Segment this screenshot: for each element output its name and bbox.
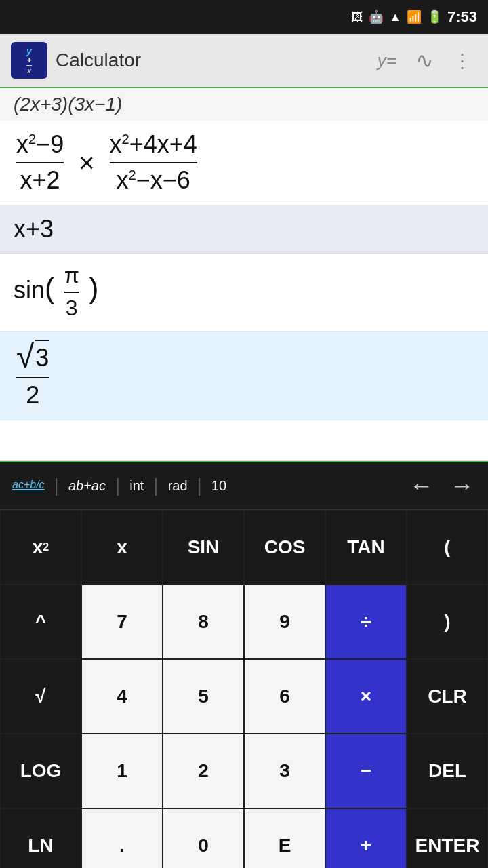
- key-caret[interactable]: ^: [0, 585, 81, 659]
- key-e[interactable]: E: [244, 808, 325, 868]
- key-4[interactable]: 4: [81, 659, 163, 734]
- wifi-icon: ▲: [389, 10, 401, 24]
- key-enter[interactable]: ENTER: [407, 808, 488, 868]
- rad-button[interactable]: rad: [161, 474, 195, 498]
- display-area: (2x+3)(3x−1) x2−9 x+2 × x2+4x+4 x2−x−6 x…: [0, 88, 488, 461]
- key-sqrt[interactable]: √: [0, 659, 81, 734]
- key-9[interactable]: 9: [244, 585, 325, 659]
- key-ln[interactable]: LN: [0, 808, 81, 868]
- status-bar: 🖼 🤖 ▲ 📶 🔋 7:53: [0, 0, 488, 34]
- key-multiply[interactable]: ×: [325, 659, 407, 734]
- app-icon: y + x: [11, 42, 47, 79]
- key-row-4: LN . 0 E + ENTER: [0, 808, 488, 868]
- key-8[interactable]: 8: [163, 585, 244, 659]
- android-icon: 🤖: [369, 9, 384, 24]
- key-5[interactable]: 5: [163, 659, 244, 734]
- key-row-3: LOG 1 2 3 − DEL: [0, 734, 488, 808]
- battery-icon: 🔋: [427, 9, 442, 24]
- result-row-1: x+3: [0, 205, 488, 254]
- toolbar-strip: ac+b/c | ab+ac | int | rad | 10 ← →: [0, 461, 488, 510]
- fraction-1: x2−9 x+2: [16, 129, 64, 197]
- int-button[interactable]: int: [123, 474, 150, 498]
- key-1[interactable]: 1: [81, 734, 163, 808]
- key-row-1: ^ 7 8 9 ÷ ): [0, 585, 488, 659]
- key-divide[interactable]: ÷: [325, 585, 407, 659]
- key-dot[interactable]: .: [81, 808, 163, 868]
- num-button[interactable]: 10: [205, 474, 233, 498]
- app-title: Calculator: [56, 50, 364, 71]
- signal-icon: 📶: [407, 9, 422, 24]
- key-minus[interactable]: −: [325, 734, 407, 808]
- key-2[interactable]: 2: [163, 734, 244, 808]
- status-time: 7:53: [447, 8, 477, 26]
- key-del[interactable]: DEL: [407, 734, 488, 808]
- key-clr[interactable]: CLR: [407, 659, 488, 734]
- key-x-squared[interactable]: x2: [0, 510, 81, 585]
- empty-space: [0, 420, 488, 461]
- menu-button[interactable]: ⋮: [447, 44, 477, 77]
- key-3[interactable]: 3: [244, 734, 325, 808]
- expression-row-1: x2−9 x+2 × x2+4x+4 x2−x−6: [0, 121, 488, 205]
- keyboard: x2 x SIN COS TAN ( ^ 7 8 9 ÷ ) √ 4 5 6 ×…: [0, 510, 488, 868]
- key-row-2: √ 4 5 6 × CLR: [0, 659, 488, 734]
- fraction-tool-button[interactable]: ac+b/c: [5, 475, 52, 496]
- result-row-2: √ 3 2: [0, 332, 488, 420]
- key-close-paren[interactable]: ): [407, 585, 488, 659]
- key-6[interactable]: 6: [244, 659, 325, 734]
- wave-button[interactable]: ∿: [410, 42, 439, 79]
- key-tan[interactable]: TAN: [325, 510, 407, 585]
- key-plus[interactable]: +: [325, 808, 407, 868]
- key-row-0: x2 x SIN COS TAN (: [0, 510, 488, 585]
- app-bar: y + x Calculator y= ∿ ⋮: [0, 34, 488, 88]
- key-x[interactable]: x: [81, 510, 163, 585]
- fraction-2: x2+4x+4 x2−x−6: [110, 129, 197, 197]
- key-0[interactable]: 0: [163, 808, 244, 868]
- key-sin[interactable]: SIN: [163, 510, 244, 585]
- expand-tool-button[interactable]: ab+ac: [62, 474, 113, 498]
- key-cos[interactable]: COS: [244, 510, 325, 585]
- key-open-paren[interactable]: (: [407, 510, 488, 585]
- graph-button[interactable]: y=: [372, 45, 402, 77]
- image-icon: 🖼: [351, 10, 363, 24]
- key-log[interactable]: LOG: [0, 734, 81, 808]
- back-nav-button[interactable]: ←: [401, 467, 442, 504]
- key-7[interactable]: 7: [81, 585, 163, 659]
- expression-row-2: sin( π 3 ): [0, 254, 488, 331]
- forward-nav-button[interactable]: →: [442, 467, 483, 504]
- top-expression: (2x+3)(3x−1): [0, 88, 488, 121]
